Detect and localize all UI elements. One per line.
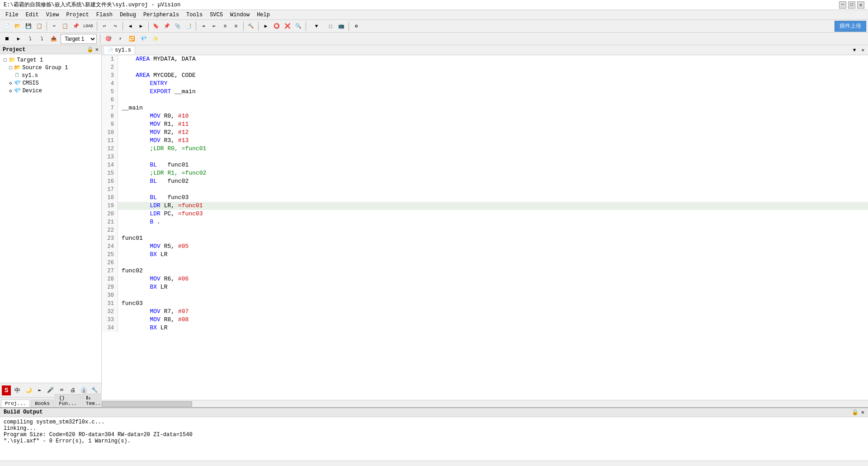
code-editor[interactable]: 1 AREA MYDATA, DATA23 AREA MYCODE, CODE4… [102,55,868,400]
project-close-icon[interactable]: ✕ [95,46,99,53]
tab-functions[interactable]: {} Fun... [55,394,81,407]
line-content: MOV R8, #08 [122,316,868,324]
code-line-18: 18 BL func03 [102,194,868,202]
file-tab-icon: 📄 [108,48,113,53]
unindent-button[interactable]: ⇤ [209,21,219,31]
t2-btn5[interactable]: ✨ [151,34,160,44]
code-line-17: 17 [102,185,868,194]
save-all-button[interactable]: 📋 [34,21,44,31]
tab-project[interactable]: Proj... [1,399,30,407]
t2-btn4[interactable]: 💎 [139,34,149,44]
debug3-button[interactable]: ❌ [283,21,292,31]
code-line-2: 2 [102,63,868,71]
nav-fwd-button[interactable]: ▶ [136,21,146,31]
build-icon-button[interactable]: 🔨 [246,21,256,31]
project-pin-icon[interactable]: 🔒 [87,46,94,53]
target-dropdown[interactable]: ⬚ [326,21,335,31]
build-header-label: Build Output [4,409,42,416]
settings-button[interactable]: ⚙ [351,21,361,31]
sep-8 [306,22,306,31]
h-scrollbar[interactable] [102,400,868,407]
line-number: 27 [102,267,118,275]
menu-item-svcs[interactable]: SVCS [206,11,226,19]
menu-item-flash[interactable]: Flash [93,11,116,19]
menu-item-edit[interactable]: Edit [22,11,42,19]
format1-button[interactable]: ≡ [220,21,230,31]
t2-btn1[interactable]: 🎯 [104,34,113,44]
open-button[interactable]: 📂 [13,21,23,31]
line-number: 10 [102,128,118,137]
debug2-button[interactable]: ⭕ [272,21,282,31]
target-select[interactable]: Target 1 [61,34,97,44]
bookmark2-button[interactable]: 📌 [162,21,172,31]
debug4-button[interactable]: 🔍 [293,21,303,31]
line-number: 13 [102,153,118,161]
ime-chinese-button[interactable]: 中 [13,385,22,395]
format2-button[interactable]: ≡ [231,21,241,31]
menu-item-tools[interactable]: Tools [183,11,206,19]
tree-item-target1[interactable]: □ 📁 Target 1 [0,56,101,64]
ime-s-button[interactable]: S [2,385,11,395]
h-scroll-thumb[interactable] [102,401,192,407]
ime-moon-button[interactable]: 🌙 [24,385,33,395]
ime-pen-button[interactable]: ✒ [35,385,44,395]
menu-item-window[interactable]: Window [226,11,253,19]
cut-button[interactable]: ✂ [49,21,59,31]
t2-btn2[interactable]: ⚡ [115,34,125,44]
line-content: BL func02 [122,177,868,185]
redo-button[interactable]: ↪ [110,21,120,31]
code-line-11: 11 MOV R3, #13 [102,137,868,145]
t2-btn3[interactable]: 🔁 [127,34,137,44]
bookmark4-button[interactable]: 📑 [184,21,193,31]
build-close-icon[interactable]: ✕ [861,409,864,416]
tree-item-cmsis[interactable]: ◇ 💎 CMSIS [0,79,101,87]
line-number: 33 [102,316,118,324]
close-button[interactable]: ✕ [857,1,864,9]
stepover-button[interactable]: ⤵ [37,34,47,44]
stop-button[interactable]: ⏹ [2,34,12,44]
new-file-button[interactable]: 📄 [2,21,12,31]
tab-books[interactable]: Books [31,399,54,407]
stepout-button[interactable]: 📤 [49,34,59,44]
bookmark1-button[interactable]: 🔖 [151,21,161,31]
menu-item-file[interactable]: File [2,11,22,19]
load-button[interactable]: LOAD [82,21,94,31]
nav-back-button[interactable]: ◀ [125,21,135,31]
menu-item-project[interactable]: Project [62,11,92,19]
line-number: 19 [102,202,118,210]
project-icon: 📁 [9,57,15,63]
screen-btn[interactable]: 📺 [336,21,346,31]
menu-item-debug[interactable]: Debug [116,11,140,19]
editor-close-button[interactable]: ✕ [859,47,866,53]
maximize-button[interactable]: □ [848,1,855,9]
sep-5 [196,22,196,31]
minimize-button[interactable]: ─ [839,1,846,9]
ime-mic-button[interactable]: 🎤 [46,385,55,395]
bookmark3-button[interactable]: 📎 [173,21,183,31]
h-scroll-area[interactable] [102,400,868,407]
upload-button[interactable]: 插件上传 [835,21,866,32]
menu-item-help[interactable]: Help [253,11,274,19]
run-button[interactable]: ▶ [14,34,24,44]
view-dropdown[interactable]: ▼ [308,21,325,31]
build-pin-icon[interactable]: 🔒 [852,409,859,416]
copy-button[interactable]: 📋 [60,21,70,31]
line-number: 2 [102,63,118,71]
code-line-21: 21 B . [102,218,868,226]
editor-tab-sy1s[interactable]: 📄 sy1.s [104,46,135,54]
build-scrollbar[interactable] [0,461,868,466]
tree-item-sourcegroup1[interactable]: □ 📂 Source Group 1 [0,64,101,71]
undo-button[interactable]: ↩ [99,21,109,31]
code-line-29: 29 BX LR [102,283,868,291]
indent-button[interactable]: ⇥ [198,21,208,31]
tree-item-device[interactable]: ◇ 💎 Device [0,87,101,95]
debug1-button[interactable]: ▶ [261,21,271,31]
editor-nav-dropdown[interactable]: ▼ [851,48,858,53]
tree-item-sy1s[interactable]: 🗒 sy1.s [0,71,101,79]
save-button[interactable]: 💾 [24,21,33,31]
step-button[interactable]: ⤵ [25,34,35,44]
menu-item-view[interactable]: View [42,11,63,19]
menu-item-peripherals[interactable]: Peripherals [140,11,183,19]
line-number: 3 [102,71,118,80]
paste-button[interactable]: 📌 [71,21,81,31]
